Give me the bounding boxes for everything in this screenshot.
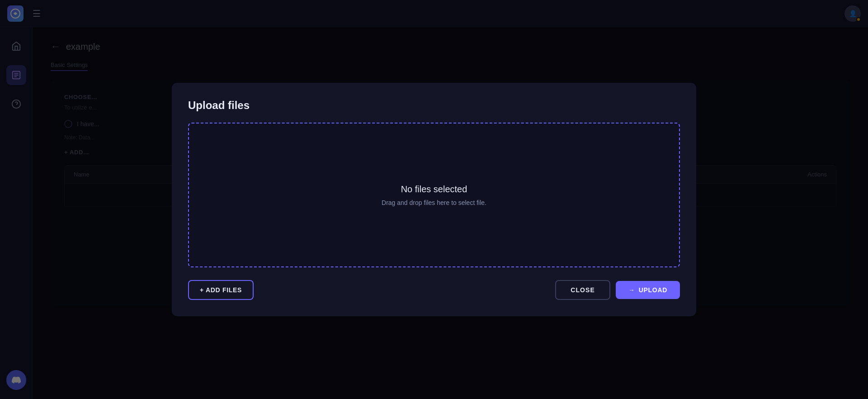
add-files-button[interactable]: + ADD FILES xyxy=(188,280,254,300)
upload-arrow-icon: → xyxy=(628,286,635,294)
upload-modal: Upload files No files selected Drag and … xyxy=(172,83,696,316)
modal-title: Upload files xyxy=(188,99,680,112)
upload-button[interactable]: → UPLOAD xyxy=(616,281,680,299)
drop-zone[interactable]: No files selected Drag and drop files he… xyxy=(188,123,680,267)
drop-zone-empty-subtitle: Drag and drop files here to select file. xyxy=(382,199,486,206)
drop-zone-empty-title: No files selected xyxy=(401,184,467,195)
modal-overlay: Upload files No files selected Drag and … xyxy=(0,0,868,399)
footer-actions: CLOSE → UPLOAD xyxy=(555,280,680,300)
close-button[interactable]: CLOSE xyxy=(555,280,610,300)
modal-footer: + ADD FILES CLOSE → UPLOAD xyxy=(188,280,680,300)
upload-label: UPLOAD xyxy=(639,286,667,294)
